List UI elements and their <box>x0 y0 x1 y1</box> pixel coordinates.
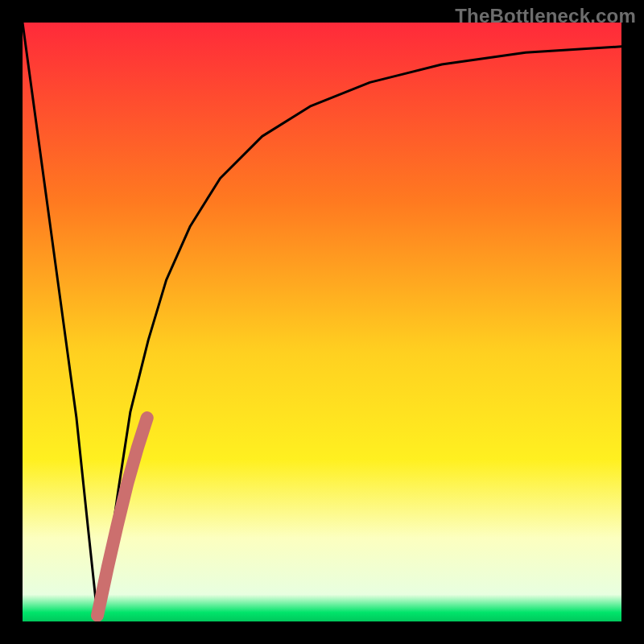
plot-svg <box>23 23 621 621</box>
chart-frame: TheBottleneck.com <box>0 0 644 644</box>
watermark-text: TheBottleneck.com <box>455 5 636 27</box>
plot-area <box>23 23 621 621</box>
